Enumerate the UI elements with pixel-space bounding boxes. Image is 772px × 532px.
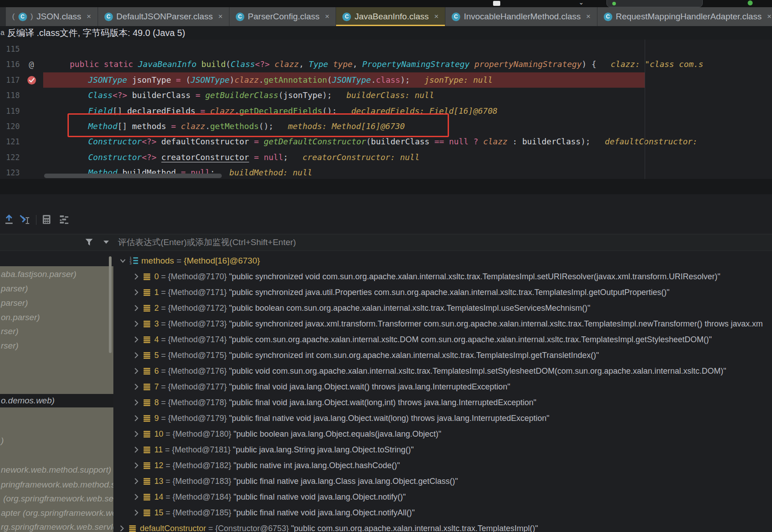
chevron-right-icon[interactable] [132, 351, 140, 359]
code-editor[interactable]: 115116@public static JavaBeanInfo build(… [0, 40, 772, 179]
variable-row-2[interactable]: 2 = {Method@7172} "public boolean com.su… [113, 301, 772, 315]
frame-row[interactable]: rser) [0, 339, 113, 353]
variable-row-10[interactable]: 10 = {Method@7180} "public boolean java.… [113, 427, 772, 441]
variable-row-7[interactable]: 7 = {Method@7177} "public final void jav… [113, 380, 772, 393]
toolwindow-label-fragment: a [0, 26, 4, 40]
frame-row[interactable]: on.parser) [0, 311, 113, 324]
variable-row-8[interactable]: 8 = {Method@7178} "public final void jav… [113, 396, 772, 409]
tab-label: RequestMappingHandlerAdapter.class [616, 12, 762, 22]
variable-row-6[interactable]: 6 = {Method@7176} "public void com.sun.o… [113, 364, 772, 378]
line-number[interactable]: 117 [0, 72, 20, 88]
tab-close-icon[interactable]: × [87, 12, 91, 21]
code-line-117: 117JSONType jsonType = (JSONType)clazz.g… [0, 72, 772, 88]
line-number[interactable]: 118 [0, 88, 20, 103]
variable-row-1[interactable]: 1 = {Method@7171} "public synchronized j… [113, 286, 772, 299]
frame-row[interactable]: ) [0, 434, 113, 447]
frame-row[interactable]: aba.fastjson.parser) [0, 268, 113, 281]
class-file-icon: C [452, 13, 460, 21]
debugger-inline-hint: jsonType: null [424, 75, 493, 85]
line-number[interactable]: 123 [0, 165, 20, 179]
frame-row[interactable]: rg.springframework.web.servlet. [0, 520, 113, 532]
chevron-right-icon[interactable] [132, 461, 140, 469]
tab-close-icon[interactable]: × [434, 12, 439, 21]
tab-close-icon[interactable]: × [586, 12, 591, 21]
chevron-right-icon[interactable] [132, 367, 140, 375]
variable-row-5[interactable]: 5 = {Method@7175} "public synchronized i… [113, 349, 772, 362]
variable-row-4[interactable]: 4 = {Method@7174} "public com.sun.org.ap… [113, 333, 772, 346]
filter-settings-button[interactable] [59, 214, 70, 225]
tab-bar: (C)JSON.class×CDefaultJSONParser.class×C… [0, 7, 772, 26]
line-number[interactable]: 120 [0, 119, 20, 134]
variable-row-13[interactable]: 13 = {Method@7183} "public final native … [113, 474, 772, 488]
frame-row[interactable]: apter (org.springframework.wel [0, 506, 113, 520]
variable-row-defaultconstructor[interactable]: defaultConstructor = {Constructor@6753} … [113, 522, 772, 532]
chevron-right-icon[interactable] [132, 398, 140, 407]
window-top-strip: ⌄ [0, 0, 772, 7]
variable-row-0[interactable]: 0 = {Method@7170} "public synchronized v… [113, 270, 772, 283]
frame-row[interactable]: nework.web.method.support) [0, 463, 113, 477]
chevron-right-icon[interactable] [132, 446, 140, 454]
method-icon [143, 352, 151, 359]
editor-hscrollbar[interactable] [44, 174, 222, 178]
chevron-right-icon[interactable] [132, 273, 140, 281]
right-margin-guide [645, 40, 645, 179]
chevron-right-icon[interactable] [132, 304, 140, 312]
evaluate-expression-bar[interactable]: 评估表达式(Enter)或添加监视(Ctrl+Shift+Enter) [0, 234, 772, 251]
frames-panel[interactable]: aba.fastjson.parser)parser)parser)on.par… [0, 266, 113, 532]
chevron-right-icon[interactable] [132, 383, 140, 391]
frame-row[interactable]: rser) [0, 325, 113, 338]
watch-dropdown-caret[interactable] [103, 241, 109, 244]
frame-row[interactable]: (org.springframework.web.serv [0, 492, 113, 505]
variable-row-methods[interactable]: 123methods = {Method[16]@6730} [113, 254, 772, 268]
tab-label: ParserConfig.class [248, 12, 319, 22]
chevron-right-icon[interactable] [132, 414, 140, 422]
line-number[interactable]: 122 [0, 150, 20, 165]
frame-row[interactable]: parser) [0, 282, 113, 295]
tab-json-class[interactable]: (C)JSON.class× [6, 7, 98, 26]
debugger-inline-hint: buildMethod: null [229, 168, 312, 177]
variable-row-12[interactable]: 12 = {Method@7182} "public native int ja… [113, 459, 772, 472]
variable-row-3[interactable]: 3 = {Method@7173} "public synchronized j… [113, 317, 772, 331]
line-number[interactable]: 121 [0, 134, 20, 149]
line-number[interactable]: 116 [0, 57, 20, 72]
line-number[interactable]: 119 [0, 103, 20, 119]
tab-close-icon[interactable]: × [218, 12, 223, 21]
calculator-button[interactable] [42, 214, 53, 225]
annotation-red-box [67, 113, 449, 137]
variable-row-15[interactable]: 15 = {Method@7185} "public final native … [113, 506, 772, 519]
breakpoint-icon[interactable] [26, 72, 41, 88]
tab-invocablehandlermethod-class[interactable]: CInvocableHandlerMethod.class× [445, 7, 597, 26]
tab-javabeaninfo-class[interactable]: CJavaBeanInfo.class× [336, 7, 445, 26]
debug-panel: 评估表达式(Enter)或添加监视(Ctrl+Shift+Enter) aba.… [0, 194, 772, 532]
tab-requestmappinghandleradapter-class[interactable]: CRequestMappingHandlerAdapter.class× [597, 7, 772, 26]
filter-funnel-icon[interactable] [85, 238, 94, 249]
chevron-right-icon[interactable] [132, 288, 140, 296]
tab-close-icon[interactable]: × [767, 12, 772, 21]
chevron-right-icon[interactable] [132, 430, 140, 438]
chevron-right-icon[interactable] [132, 477, 140, 485]
variable-row-11[interactable]: 11 = {Method@7181} "public java.lang.Str… [113, 443, 772, 456]
frame-row[interactable]: parser) [0, 296, 113, 310]
annotation-gutter-icon[interactable]: @ [26, 57, 41, 72]
line-number[interactable]: 115 [0, 41, 20, 57]
frame-row[interactable]: pringframework.web.method.su [0, 478, 113, 492]
chevron-right-icon[interactable] [132, 509, 140, 517]
chevron-right-icon[interactable] [132, 493, 140, 501]
variable-row-9[interactable]: 9 = {Method@7179} "public final native v… [113, 411, 772, 425]
chevron-right-icon[interactable] [132, 335, 140, 344]
upload-arrow-button[interactable] [4, 214, 14, 225]
tab-close-icon[interactable]: × [325, 12, 329, 21]
run-widget[interactable] [606, 0, 703, 7]
code-line-116: 116@public static JavaBeanInfo build(Cla… [0, 57, 772, 72]
tab-parserconfig-class[interactable]: CParserConfig.class× [229, 7, 336, 26]
chevron-down-icon[interactable] [119, 257, 127, 265]
method-icon [143, 493, 151, 501]
run-to-cursor-button[interactable] [19, 214, 30, 225]
chevron-right-icon[interactable] [118, 524, 126, 532]
tab-defaultjsonparser-class[interactable]: CDefaultJSONParser.class× [98, 7, 229, 26]
variables-tree[interactable]: 123methods = {Method[16]@6730}0 = {Metho… [113, 250, 772, 532]
variable-row-14[interactable]: 14 = {Method@7184} "public final native … [113, 490, 772, 504]
frame-row-selected[interactable]: o.demos.web) [0, 394, 113, 407]
chevron-right-icon[interactable] [132, 320, 140, 328]
frames-scrollbar[interactable] [109, 256, 112, 353]
